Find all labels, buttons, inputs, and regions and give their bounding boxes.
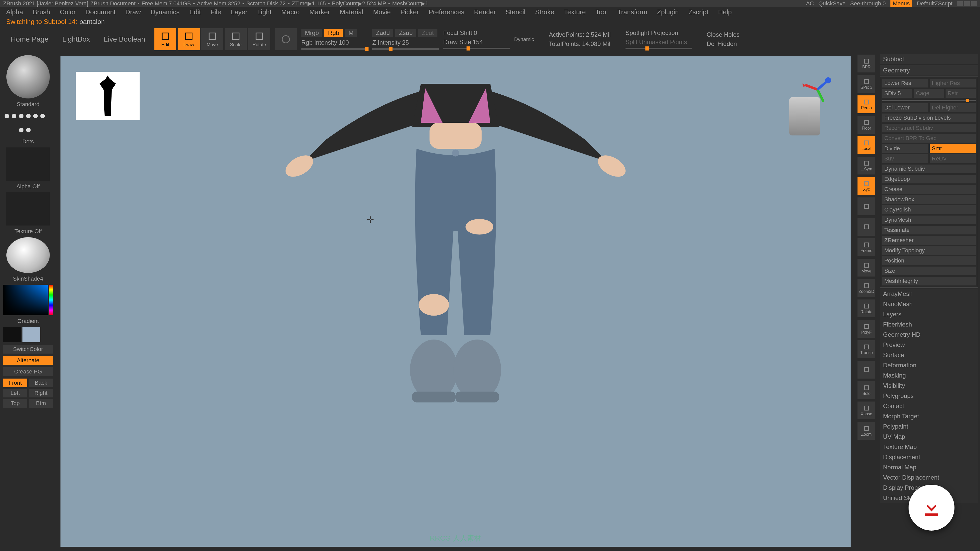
liveboolean-button[interactable]: Live Boolean: [99, 32, 150, 46]
z-intensity-slider[interactable]: Z Intensity25: [372, 39, 439, 46]
rgb-intensity-slider[interactable]: Rgb Intensity100: [301, 39, 368, 46]
section-vector-displacement[interactable]: Vector Displacement: [880, 472, 978, 483]
max-icon[interactable]: [964, 1, 970, 6]
geo-size[interactable]: Size: [882, 267, 976, 275]
menu-tool[interactable]: Tool: [595, 8, 608, 16]
texture-thumbnail[interactable]: [6, 192, 50, 225]
gradient-label[interactable]: Gradient: [3, 318, 53, 324]
edit-tool[interactable]: Edit: [154, 28, 177, 50]
lightbox-button[interactable]: LightBox: [58, 32, 95, 46]
quicksave-button[interactable]: QuickSave: [818, 0, 845, 7]
homepage-button[interactable]: Home Page: [6, 32, 53, 46]
section-polypaint[interactable]: Polypaint: [880, 421, 978, 432]
draw-size-slider[interactable]: Draw Size154: [443, 38, 510, 46]
draw-tool[interactable]: Draw: [178, 28, 200, 50]
rs-blank[interactable]: [858, 197, 875, 215]
menu-preferences[interactable]: Preferences: [428, 8, 464, 16]
geo-reconstruct-subdiv[interactable]: Reconstruct Subdiv: [882, 124, 976, 132]
close-icon[interactable]: [971, 1, 977, 6]
rs-frame[interactable]: Frame: [858, 238, 875, 256]
menu-document[interactable]: Document: [86, 8, 116, 16]
alpha-thumbnail[interactable]: [6, 148, 50, 181]
move-tool[interactable]: Move: [201, 28, 223, 50]
secondary-color-swatch[interactable]: [3, 327, 21, 342]
geo-divide[interactable]: Divide: [882, 144, 928, 153]
split-unmasked[interactable]: Split Unmasked Points: [625, 38, 692, 46]
rotate-tool[interactable]: Rotate: [248, 28, 270, 50]
geo-position[interactable]: Position: [882, 256, 976, 265]
alternate-button[interactable]: Alternate: [3, 356, 53, 365]
menu-stencil[interactable]: Stencil: [506, 8, 525, 16]
rs-persp[interactable]: Persp: [858, 95, 875, 113]
menu-color[interactable]: Color: [60, 8, 76, 16]
brush-thumbnail[interactable]: [6, 55, 50, 98]
rgb-button[interactable]: Rgb: [325, 29, 343, 37]
back-button[interactable]: Back: [29, 379, 53, 387]
geo-shadowbox[interactable]: ShadowBox: [882, 195, 976, 204]
geo-tessimate[interactable]: Tessimate: [882, 226, 976, 234]
min-icon[interactable]: [957, 1, 963, 6]
menu-stroke[interactable]: Stroke: [535, 8, 554, 16]
rs-polyf[interactable]: PolyF: [858, 320, 875, 338]
menu-light[interactable]: Light: [257, 8, 272, 16]
rs-local[interactable]: Local: [858, 136, 875, 154]
geo-lower-res[interactable]: Lower Res: [882, 79, 928, 87]
section-texture-map[interactable]: Texture Map: [880, 442, 978, 452]
rs-xyz[interactable]: Xyz: [858, 177, 875, 195]
geo-convert-bpr-to-geo[interactable]: Convert BPR To Geo: [882, 134, 976, 143]
seethrough-slider[interactable]: See-through 0: [850, 0, 886, 7]
left-button[interactable]: Left: [3, 389, 27, 397]
geo-zremesher[interactable]: ZRemesher: [882, 236, 976, 245]
geo-sdiv-5[interactable]: SDiv 5: [882, 89, 912, 98]
menu-texture[interactable]: Texture: [564, 8, 586, 16]
menu-edit[interactable]: Edit: [189, 8, 201, 16]
geo-rstr[interactable]: Rstr: [945, 89, 976, 98]
spotlight-projection[interactable]: Spotlight Projection: [625, 29, 692, 37]
rs-blank[interactable]: [858, 218, 875, 236]
menu-zscript[interactable]: Zscript: [689, 8, 708, 16]
color-picker[interactable]: [3, 285, 48, 315]
top-button[interactable]: Top: [3, 399, 27, 408]
reference-thumbnail[interactable]: [76, 72, 140, 120]
geo-modify-topology[interactable]: Modify Topology: [882, 246, 976, 255]
menu-brush[interactable]: Brush: [33, 8, 50, 16]
menu-render[interactable]: Render: [474, 8, 496, 16]
section-normal-map[interactable]: Normal Map: [880, 462, 978, 472]
zcut-button[interactable]: Zcut: [418, 29, 438, 37]
geo-meshintegrity[interactable]: MeshIntegrity: [882, 277, 976, 286]
section-geometry-hd[interactable]: Geometry HD: [880, 330, 978, 340]
section-displacement[interactable]: Displacement: [880, 452, 978, 462]
subtool-header[interactable]: Subtool: [880, 54, 978, 64]
menu-zplugin[interactable]: Zplugin: [657, 8, 679, 16]
section-morph-target[interactable]: Morph Target: [880, 411, 978, 421]
section-surface[interactable]: Surface: [880, 350, 978, 360]
geo-dynamic-subdiv[interactable]: Dynamic Subdiv: [882, 165, 976, 173]
geo-edgeloop[interactable]: EdgeLoop: [882, 175, 976, 183]
right-button[interactable]: Right: [29, 389, 53, 397]
section-fibermesh[interactable]: FiberMesh: [880, 319, 978, 330]
rs-rotate[interactable]: Rotate: [858, 300, 875, 318]
section-contact[interactable]: Contact: [880, 401, 978, 411]
rs-zoom[interactable]: Zoom: [858, 422, 875, 440]
menu-material[interactable]: Material: [340, 8, 363, 16]
geo-reuv[interactable]: ReUV: [930, 154, 976, 163]
geo-higher-res[interactable]: Higher Res: [930, 79, 976, 87]
section-visibility[interactable]: Visibility: [880, 381, 978, 391]
section-layers[interactable]: Layers: [880, 309, 978, 319]
material-thumbnail[interactable]: [6, 237, 50, 273]
geo-claypolish[interactable]: ClayPolish: [882, 205, 976, 214]
scale-tool[interactable]: Scale: [225, 28, 247, 50]
geo-del-lower[interactable]: Del Lower: [882, 103, 928, 112]
focal-shift-slider[interactable]: Focal Shift0: [443, 29, 510, 37]
section-arraymesh[interactable]: ArrayMesh: [880, 289, 978, 299]
menu-transform[interactable]: Transform: [617, 8, 648, 16]
mrgb-button[interactable]: Mrgb: [301, 29, 323, 37]
rs-spix-3[interactable]: SPix 3: [858, 75, 875, 93]
primary-color-swatch[interactable]: [22, 327, 40, 342]
zsub-button[interactable]: Zsub: [395, 29, 416, 37]
viewport[interactable]: ✛ RRCG 人人素材: [60, 56, 851, 547]
geo-crease[interactable]: Crease: [882, 185, 976, 194]
section-masking[interactable]: Masking: [880, 370, 978, 381]
menu-help[interactable]: Help: [718, 8, 732, 16]
menu-alpha[interactable]: Alpha: [6, 8, 23, 16]
